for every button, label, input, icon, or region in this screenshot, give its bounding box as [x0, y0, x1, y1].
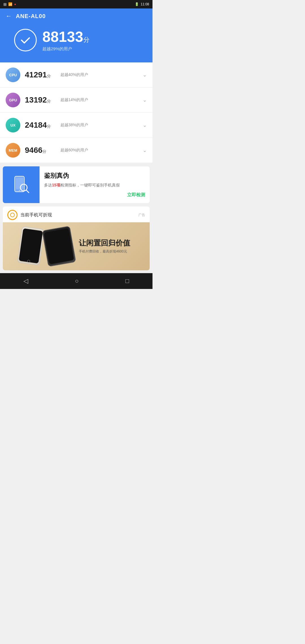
ad-logo-icon	[7, 210, 18, 220]
detect-card-image	[3, 166, 40, 203]
ad-subtext: 手机付费回收，最高折现4600元	[79, 249, 130, 254]
battery-icon: 🔋	[135, 2, 139, 6]
mem-pct: 超越60%的用户	[60, 148, 138, 153]
detect-desc: 多达15项检测指标，一键即可鉴别手机真假	[44, 182, 145, 188]
ad-banner[interactable]: 让闲置回归价值 手机付费回收，最高折现4600元	[3, 222, 150, 270]
ad-phone-dark	[42, 226, 76, 267]
nav-bar: ◁ ○ □	[0, 273, 152, 289]
notification-icon: ●	[14, 2, 16, 6]
gpu-badge: GPU	[6, 93, 20, 107]
phone-search-icon	[11, 175, 31, 195]
cpu-row[interactable]: CPU 41291分 超越40%的用户 ⌄	[0, 62, 152, 88]
cpu-score: 41291分	[25, 70, 56, 79]
nav-home-button[interactable]: ○	[66, 275, 87, 288]
score-section: 88133分 超越29%的用户	[6, 25, 147, 60]
status-icons-left: ▤ 📶 ●	[3, 2, 16, 6]
header: ← ANE-AL00 88133分 超越29%的用户	[0, 8, 152, 62]
nav-recent-button[interactable]: □	[117, 275, 138, 288]
ux-pct: 超越38%的用户	[60, 123, 138, 128]
ad-icon-inner	[10, 213, 15, 217]
mem-score: 9466分	[25, 146, 56, 155]
svg-rect-1	[16, 178, 23, 189]
cpu-badge: CPU	[6, 68, 20, 82]
detect-action-button[interactable]: 立即检测	[44, 192, 145, 198]
ad-phones	[22, 228, 73, 265]
home-button	[27, 260, 30, 263]
svg-line-4	[26, 190, 29, 193]
mem-chevron-icon: ⌄	[143, 147, 147, 153]
sim-icon: ▤	[3, 2, 6, 6]
ad-phone-white-screen	[19, 228, 43, 264]
ux-chevron-icon: ⌄	[143, 122, 147, 128]
time-display: 11:08	[141, 2, 149, 6]
ad-phone-dark-screen	[44, 228, 74, 264]
ux-row[interactable]: UX 24184分 超越38%的用户 ⌄	[0, 113, 152, 138]
ad-copy: 让闲置回归价值 手机付费回收，最高折现4600元	[79, 239, 130, 254]
gpu-chevron-icon: ⌄	[143, 97, 147, 103]
gpu-score: 13192分	[25, 95, 56, 105]
back-button[interactable]: ←	[6, 12, 12, 20]
score-info: 88133分 超越29%的用户	[42, 28, 90, 52]
ad-label: 广告	[138, 213, 145, 217]
benchmark-list: CPU 41291分 超越40%的用户 ⌄ GPU 13192分 超越14%的用…	[0, 62, 152, 163]
mem-badge: MEM	[6, 143, 20, 158]
gpu-row[interactable]: GPU 13192分 超越14%的用户 ⌄	[0, 88, 152, 113]
checkmark-icon	[19, 34, 32, 46]
ad-headline: 让闲置回归价值	[79, 239, 130, 247]
cpu-pct: 超越40%的用户	[60, 72, 138, 77]
ad-card: 当前手机可折现 广告 让闲置回归价值 手机付费回收，最高折现4600元	[3, 206, 150, 270]
page-title: ANE-AL00	[16, 13, 46, 19]
detect-card: 鉴别真伪 多达15项检测指标，一键即可鉴别手机真假 立即检测	[3, 166, 150, 203]
ux-badge: UX	[6, 118, 20, 132]
ad-phone-white	[17, 226, 44, 266]
wifi-icon: 📶	[8, 2, 12, 6]
mem-row[interactable]: MEM 9466分 超越60%的用户 ⌄	[0, 138, 152, 163]
detect-title: 鉴别真伪	[44, 171, 145, 180]
svg-point-2	[19, 190, 20, 191]
score-value: 88133分	[42, 28, 90, 45]
gpu-pct: 超越14%的用户	[60, 97, 138, 103]
ad-header-left: 当前手机可折现	[7, 210, 52, 220]
ad-header-text: 当前手机可折现	[20, 212, 52, 218]
score-subtitle: 超越29%的用户	[42, 46, 90, 52]
ux-score: 24184分	[25, 121, 56, 130]
nav-back-button[interactable]: ◁	[15, 275, 37, 288]
score-check-circle	[14, 29, 37, 51]
detect-card-content: 鉴别真伪 多达15项检测指标，一键即可鉴别手机真假 立即检测	[40, 166, 150, 203]
ad-header: 当前手机可折现 广告	[3, 206, 150, 222]
header-top: ← ANE-AL00	[6, 12, 147, 20]
status-icons-right: 🔋 11:08	[135, 2, 149, 6]
status-bar: ▤ 📶 ● 🔋 11:08	[0, 0, 152, 8]
cpu-chevron-icon: ⌄	[143, 72, 147, 78]
